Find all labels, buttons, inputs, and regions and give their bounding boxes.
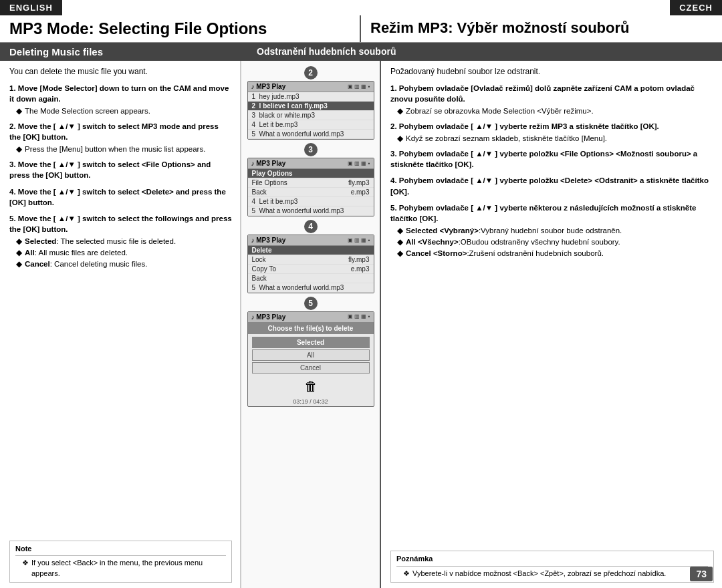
screen-5-wrapper: 5 ♪ MP3 Play ▣ ▥ ▦ ▪ Choose the file(s) … [247, 297, 374, 407]
screen-5-buttons: Selected All Cancel [248, 334, 374, 376]
diamond-icon: ◆ [397, 248, 403, 259]
screen-4-item-1: Delete [248, 246, 374, 255]
screen-4-icons: ▣ ▥ ▦ ▪ [348, 237, 370, 243]
diamond-icon: ◆ [397, 133, 403, 144]
step-left-2: 2. Move the [ ▲/▼ ] switch to select MP3… [9, 121, 232, 155]
diamond-icon: ◆ [16, 236, 22, 247]
step-left-5-bullet-1: ◆ Selected: The selected music file is d… [16, 236, 232, 247]
text-column-left: You can delete the music file you want. … [0, 61, 241, 588]
step-left-1: 1. Move [Mode Selector] down to turn on … [9, 83, 232, 117]
mp3-screen-2: ♪ MP3 Play ▣ ▥ ▦ ▪ 1 hey jude.mp3 2 I be… [247, 81, 374, 140]
screen-5-icons: ▣ ▥ ▦ ▪ [348, 313, 370, 321]
screen-5-prompt: Choose the file(s) to delete [248, 323, 374, 334]
screen-3-item-1: Play Options [248, 169, 374, 178]
note-box-left: Note ❖ If you select <Back> in the menu,… [9, 541, 232, 583]
screen-2-wrapper: 2 ♪ MP3 Play ▣ ▥ ▦ ▪ 1 hey jude.mp3 2 I … [247, 66, 374, 140]
intro-right: Požadovaný hudební soubor lze odstranit. [390, 66, 714, 78]
screen-4-item-2: Lockfly.mp3 [248, 255, 374, 265]
diamond-icon: ◆ [397, 225, 403, 236]
screen-4-item-5: 5 What a wonderful world.mp3 [248, 283, 374, 293]
screen-4-wrapper: 4 ♪ MP3 Play ▣ ▥ ▦ ▪ Delete Lockfly.mp3 … [247, 220, 374, 293]
screen-2-icons: ▣ ▥ ▦ ▪ [348, 84, 370, 90]
note-box-right: Poznámka ❖ Vyberete-li v nabídce možnost… [390, 551, 714, 583]
lang-tab-english: ENGLISH [0, 0, 62, 15]
step-right-2-bullet-1: ◆ Když se zobrazí seznam skladeb, stiskn… [397, 133, 714, 144]
step-right-3: 3. Pohybem ovladače [ ▲/▼ ] vyberte polo… [390, 148, 714, 171]
screen-2-item-3: 3 black or white.mp3 [248, 111, 374, 120]
trash-icon: 🗑 [248, 376, 374, 397]
step-right-5-header: 5. Pohybem ovladače [ ▲/▼ ] vyberte někt… [390, 202, 714, 224]
step-right-3-header: 3. Pohybem ovladače [ ▲/▼ ] vyberte polo… [390, 148, 714, 170]
step-left-5-bullet-2: ◆ All: All music files are deleted. [16, 247, 232, 258]
step-left-4: 4. Move the [ ▲/▼ ] switch to select <De… [9, 186, 232, 209]
screen-3-icons: ▣ ▥ ▦ ▪ [348, 160, 370, 166]
screen-2-item-1: 1 hey jude.mp3 [248, 92, 374, 102]
body-area: You can delete the music file you want. … [0, 61, 722, 588]
diamond-icon: ◆ [16, 259, 22, 269]
screen-4-item-3: Copy Toe.mp3 [248, 265, 374, 274]
diamond-icon: ◆ [397, 106, 403, 116]
step-right-2-header: 2. Pohybem ovladače [ ▲/▼ ] vyberte reži… [390, 121, 714, 132]
screen-5-title: ♪ MP3 Play [251, 313, 286, 321]
screen-3-item-2: File Optionsfly.mp3 [248, 178, 374, 188]
step-left-4-header: 4. Move the [ ▲/▼ ] switch to select <De… [9, 186, 232, 208]
intro-left: You can delete the music file you want. [9, 66, 232, 78]
page-number: 73 [690, 567, 713, 581]
screen-3-title: ♪ MP3 Play [251, 160, 286, 167]
diamond-icon: ❖ [403, 569, 410, 579]
step-left-1-bullet-1: ◆ The Mode Selection screen appears. [16, 106, 232, 116]
mp3-screen-5: ♪ MP3 Play ▣ ▥ ▦ ▪ Choose the file(s) to… [247, 311, 374, 407]
screen-4-topbar: ♪ MP3 Play ▣ ▥ ▦ ▪ [248, 235, 374, 246]
step-left-5-bullet-3: ◆ Cancel: Cancel deleting music files. [16, 259, 232, 269]
step-left-3-header: 3. Move the [ ▲/▼ ] switch to select <Fi… [9, 159, 232, 180]
note-content-left: ❖ If you select <Back> in the menu, the … [22, 558, 226, 579]
step-circle-3: 3 [304, 143, 318, 156]
step-left-1-header: 1. Move [Mode Selector] down to turn on … [9, 83, 232, 104]
cancel-button[interactable]: Cancel [252, 362, 370, 374]
screen-2-item-2: 2 I believe I can fly.mp3 [248, 102, 374, 111]
screens-center: 2 ♪ MP3 Play ▣ ▥ ▦ ▪ 1 hey jude.mp3 2 I … [241, 61, 381, 588]
all-button[interactable]: All [252, 349, 370, 361]
screen-4-title: ♪ MP3 Play [251, 237, 286, 244]
lang-tab-czech: CZECH [670, 0, 722, 15]
titles-row: MP3 Mode: Selecting File Options Režim M… [0, 15, 722, 42]
screen-4-item-4: Back [248, 274, 374, 283]
step-right-1-header: 1. Pohybem ovladače [Ovladač režimů] dol… [390, 83, 714, 104]
section-heading-czech: Odstranění hudebních souborů [247, 43, 722, 61]
diamond-icon: ◆ [16, 106, 22, 116]
screen-2-title: ♪ MP3 Play [251, 83, 286, 90]
step-circle-2: 2 [304, 66, 318, 80]
timestamp: 03:19 / 04:32 [248, 397, 374, 406]
screen-3-item-4: 4 Let it be.mp3 [248, 197, 374, 206]
diamond-icon: ❖ [22, 558, 29, 579]
diamond-icon: ◆ [16, 247, 22, 258]
lang-tabs-row: ENGLISH CZECH [0, 0, 722, 15]
step-right-1: 1. Pohybem ovladače [Ovladač režimů] dol… [390, 83, 714, 117]
title-czech: Režim MP3: Výběr možností souborů [361, 15, 722, 42]
diamond-icon: ◆ [16, 144, 22, 154]
step-left-3: 3. Move the [ ▲/▼ ] switch to select <Fi… [9, 159, 232, 182]
mp3-screen-4: ♪ MP3 Play ▣ ▥ ▦ ▪ Delete Lockfly.mp3 Co… [247, 235, 374, 293]
step-right-4-header: 4. Pohybem ovladače [ ▲/▼ ] vyberte polo… [390, 175, 714, 196]
screen-2-topbar: ♪ MP3 Play ▣ ▥ ▦ ▪ [248, 82, 374, 92]
step-circle-4: 4 [304, 220, 318, 233]
step-right-1-bullet-1: ◆ Zobrazí se obrazovka Mode Selection <V… [397, 106, 714, 116]
step-right-2: 2. Pohybem ovladače [ ▲/▼ ] vyberte reži… [390, 121, 714, 144]
step-right-5-bullet-1: ◆ Selected <Vybraný>:Vybraný hudební sou… [397, 225, 714, 236]
screen-3-topbar: ♪ MP3 Play ▣ ▥ ▦ ▪ [248, 158, 374, 169]
page: ENGLISH CZECH MP3 Mode: Selecting File O… [0, 0, 722, 588]
step-left-5-header: 5. Move the [ ▲/▼ ] switch to select the… [9, 213, 232, 235]
step-right-5-bullet-2: ◆ All <Všechny>:OBudou odstraněny všechn… [397, 237, 714, 247]
diamond-icon: ◆ [397, 237, 403, 247]
screen-3-wrapper: 3 ♪ MP3 Play ▣ ▥ ▦ ▪ Play Options File O… [247, 143, 374, 216]
screen-5-topbar: ♪ MP3 Play ▣ ▥ ▦ ▪ [248, 312, 374, 323]
title-english: MP3 Mode: Selecting File Options [0, 15, 361, 42]
note-title-right: Poznámka [396, 554, 708, 566]
screen-2-item-4: 4 Let it be.mp3 [248, 120, 374, 130]
text-column-right: Požadovaný hudební soubor lze odstranit.… [381, 61, 722, 588]
screen-2-item-5: 5 What a wonderful world.mp3 [248, 130, 374, 139]
selected-button[interactable]: Selected [252, 337, 370, 348]
note-title-left: Note [15, 544, 226, 556]
step-left-5: 5. Move the [ ▲/▼ ] switch to select the… [9, 213, 232, 270]
top-section: ENGLISH CZECH MP3 Mode: Selecting File O… [0, 0, 722, 43]
